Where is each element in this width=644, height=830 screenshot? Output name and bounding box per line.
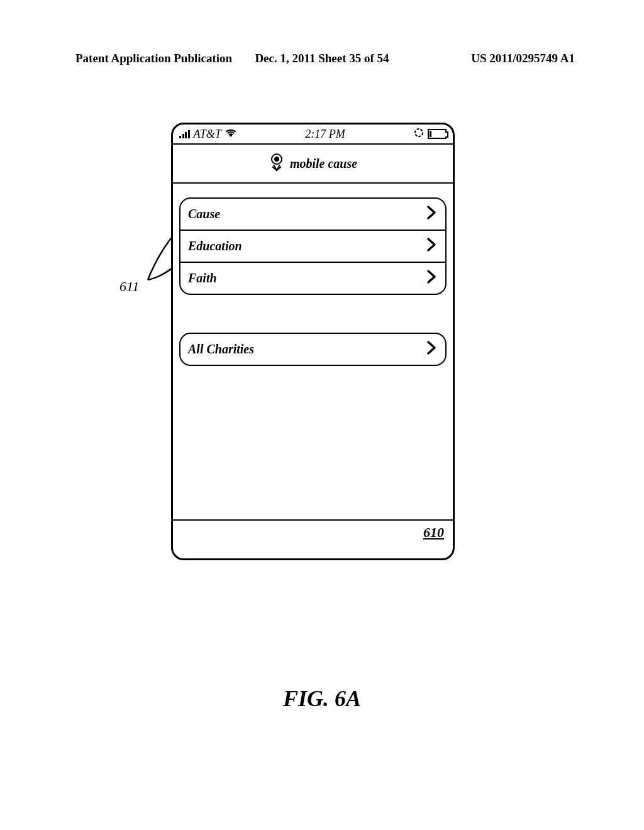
row-label: Education xyxy=(188,239,242,253)
phone-screen: AT&T 2:17 PM xyxy=(171,123,455,560)
header-right: US 2011/0295749 A1 xyxy=(471,52,575,65)
chevron-right-icon xyxy=(426,237,438,255)
row-education[interactable]: Education xyxy=(180,230,445,262)
app-logo-icon xyxy=(269,153,285,175)
row-label: Faith xyxy=(188,271,217,285)
reference-611: 611 xyxy=(119,279,139,295)
row-cause[interactable]: Cause xyxy=(180,199,445,230)
row-faith[interactable]: Faith xyxy=(180,262,445,294)
row-label: All Charities xyxy=(188,342,254,357)
signal-icon xyxy=(179,130,190,138)
reference-610: 610 xyxy=(423,524,444,541)
header-left: Patent Application Publication xyxy=(75,52,232,65)
title-bar: mobile cause xyxy=(173,145,453,184)
status-time: 2:17 PM xyxy=(305,128,345,141)
row-all-charities[interactable]: All Charities xyxy=(180,334,445,365)
category-group: Cause Education Faith xyxy=(179,197,447,295)
row-label: Cause xyxy=(188,207,220,221)
status-bar: AT&T 2:17 PM xyxy=(173,124,453,145)
battery-icon xyxy=(428,129,447,139)
app-title: mobile cause xyxy=(290,157,357,171)
chevron-right-icon xyxy=(426,205,438,223)
figure-label: FIG. 6A xyxy=(283,685,361,712)
chevron-right-icon xyxy=(426,269,438,287)
carrier-label: AT&T xyxy=(194,128,221,141)
status-right xyxy=(414,128,447,141)
status-left: AT&T xyxy=(179,128,236,141)
header-center: Dec. 1, 2011 Sheet 35 of 54 xyxy=(255,52,389,65)
list-area: Cause Education Faith xyxy=(173,197,453,366)
patent-page: Patent Application Publication Dec. 1, 2… xyxy=(0,0,644,830)
all-charities-group: All Charities xyxy=(179,333,447,366)
wifi-icon xyxy=(225,128,236,141)
bottom-divider xyxy=(173,519,453,521)
loading-icon xyxy=(414,128,424,141)
svg-point-2 xyxy=(415,129,423,136)
page-header: Patent Application Publication Dec. 1, 2… xyxy=(0,52,644,65)
chevron-right-icon xyxy=(426,340,438,358)
